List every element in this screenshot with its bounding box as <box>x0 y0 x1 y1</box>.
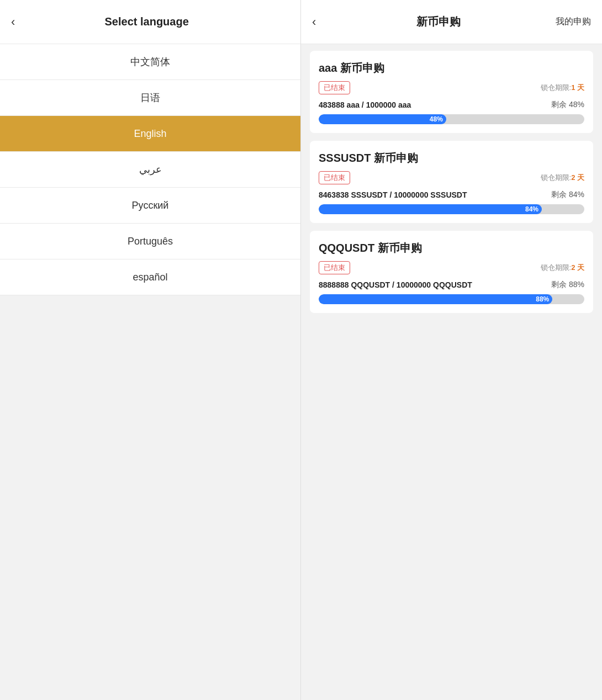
card-row2-qqqusdt: 8888888 QQQUSDT / 10000000 QQQUSDT剩余 88% <box>319 280 584 290</box>
lock-info-aaa: 锁仓期限:1 天 <box>541 83 584 93</box>
card-row1-sssusdt: 已结束锁仓期限:2 天 <box>319 171 584 184</box>
progress-label-qqqusdt: 88% <box>536 295 549 303</box>
language-item-ja[interactable]: 日语 <box>0 80 300 116</box>
progress-fill-qqqusdt: 88% <box>319 294 552 304</box>
language-item-pt[interactable]: Português <box>0 224 300 259</box>
progress-fill-aaa: 48% <box>319 114 446 124</box>
card-title-aaa: aaa 新币申购 <box>319 61 584 76</box>
remaining-text-sssusdt: 剩余 84% <box>551 190 584 200</box>
new-coin-panel: ‹ 新币申购 我的申购 aaa 新币申购已结束锁仓期限:1 天483888 aa… <box>301 0 602 700</box>
status-badge-qqqusdt: 已结束 <box>319 261 350 274</box>
card-aaa[interactable]: aaa 新币申购已结束锁仓期限:1 天483888 aaa / 1000000 … <box>310 51 593 133</box>
card-title-sssusdt: SSSUSDT 新币申购 <box>319 151 584 166</box>
language-item-zh[interactable]: 中文简体 <box>0 44 300 80</box>
amount-text-qqqusdt: 8888888 QQQUSDT / 10000000 QQQUSDT <box>319 280 472 289</box>
card-sssusdt[interactable]: SSSUSDT 新币申购已结束锁仓期限:2 天8463838 SSSUSDT /… <box>310 141 593 223</box>
language-list: 中文简体日语EnglishعربيРусскийPortuguêsespañol <box>0 44 300 700</box>
progress-label-aaa: 48% <box>430 115 443 123</box>
card-row2-aaa: 483888 aaa / 1000000 aaa剩余 48% <box>319 100 584 110</box>
left-header: ‹ Select language <box>0 0 300 44</box>
card-row1-qqqusdt: 已结束锁仓期限:2 天 <box>319 261 584 274</box>
progress-track-aaa: 48% <box>319 114 584 124</box>
progress-label-sssusdt: 84% <box>525 205 538 213</box>
lock-info-sssusdt: 锁仓期限:2 天 <box>541 173 584 183</box>
left-header-title: Select language <box>20 15 273 28</box>
status-badge-aaa: 已结束 <box>319 81 350 94</box>
remaining-text-qqqusdt: 剩余 88% <box>551 280 584 290</box>
right-header: ‹ 新币申购 我的申购 <box>301 0 602 44</box>
status-badge-sssusdt: 已结束 <box>319 171 350 184</box>
lock-info-qqqusdt: 锁仓期限:2 天 <box>541 263 584 273</box>
progress-track-sssusdt: 84% <box>319 204 584 214</box>
amount-text-sssusdt: 8463838 SSSUSDT / 10000000 SSSUSDT <box>319 190 467 199</box>
language-select-panel: ‹ Select language 中文简体日语EnglishعربيРусск… <box>0 0 301 700</box>
amount-text-aaa: 483888 aaa / 1000000 aaa <box>319 100 411 109</box>
right-header-title: 新币申购 <box>321 14 556 29</box>
language-item-ru[interactable]: Русский <box>0 188 300 224</box>
card-row1-aaa: 已结束锁仓期限:1 天 <box>319 81 584 94</box>
progress-track-qqqusdt: 88% <box>319 294 584 304</box>
my-subscriptions-link[interactable]: 我的申购 <box>556 16 591 28</box>
progress-fill-sssusdt: 84% <box>319 204 542 214</box>
card-row2-sssusdt: 8463838 SSSUSDT / 10000000 SSSUSDT剩余 84% <box>319 190 584 200</box>
card-qqqusdt[interactable]: QQQUSDT 新币申购已结束锁仓期限:2 天8888888 QQQUSDT /… <box>310 231 593 313</box>
remaining-text-aaa: 剩余 48% <box>551 100 584 110</box>
right-back-button[interactable]: ‹ <box>312 16 321 28</box>
language-item-en[interactable]: English <box>0 116 300 152</box>
card-title-qqqusdt: QQQUSDT 新币申购 <box>319 241 584 256</box>
cards-container: aaa 新币申购已结束锁仓期限:1 天483888 aaa / 1000000 … <box>301 44 602 700</box>
language-item-ar[interactable]: عربي <box>0 152 300 188</box>
language-item-es[interactable]: español <box>0 259 300 295</box>
left-back-button[interactable]: ‹ <box>11 16 20 28</box>
